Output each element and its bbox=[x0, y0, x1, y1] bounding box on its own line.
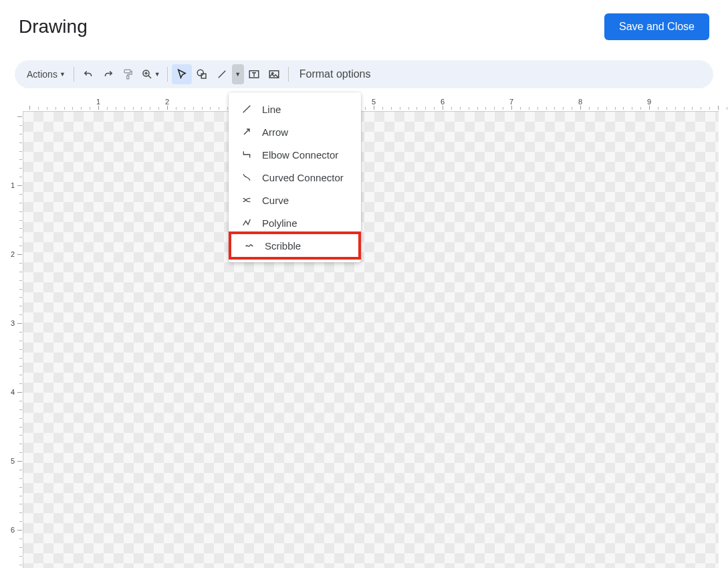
menu-item-arrow[interactable]: Arrow bbox=[229, 120, 361, 143]
menu-item-polyline[interactable]: Polyline bbox=[229, 211, 361, 234]
menu-item-label: Arrow bbox=[262, 126, 288, 138]
svg-line-3 bbox=[148, 76, 151, 78]
ruler-number: 8 bbox=[578, 98, 582, 106]
toolbar-separator bbox=[74, 67, 74, 82]
caret-down-icon: ▼ bbox=[235, 71, 241, 78]
ruler-number: 9 bbox=[647, 98, 651, 106]
menu-item-scribble[interactable]: Scribble bbox=[229, 231, 361, 260]
save-and-close-button[interactable]: Save and Close bbox=[604, 13, 709, 40]
svg-line-12 bbox=[243, 106, 251, 113]
curved-connector-icon bbox=[241, 171, 253, 183]
svg-line-8 bbox=[219, 71, 226, 78]
svg-line-13 bbox=[244, 129, 249, 134]
cursor-icon bbox=[176, 68, 188, 80]
menu-item-curve[interactable]: Curve bbox=[229, 189, 361, 211]
menu-item-line[interactable]: Line bbox=[229, 98, 361, 120]
ruler-number: 2 bbox=[165, 98, 169, 106]
image-icon bbox=[268, 68, 280, 80]
svg-point-6 bbox=[197, 70, 203, 76]
elbow-connector-icon bbox=[241, 149, 253, 161]
line-icon bbox=[216, 68, 228, 80]
text-box-button[interactable] bbox=[244, 64, 264, 84]
ruler-number: 5 bbox=[11, 457, 15, 465]
ruler-number: 5 bbox=[372, 98, 376, 106]
ruler-number: 6 bbox=[441, 98, 445, 106]
svg-rect-1 bbox=[127, 76, 129, 79]
vertical-ruler: 123456 bbox=[9, 111, 23, 568]
menu-item-label: Elbow Connector bbox=[262, 149, 338, 161]
ruler-number: 7 bbox=[509, 98, 513, 106]
redo-button[interactable] bbox=[98, 64, 118, 84]
svg-rect-0 bbox=[124, 70, 130, 73]
caret-down-icon: ▼ bbox=[59, 71, 66, 78]
ruler-number: 4 bbox=[11, 388, 15, 396]
undo-button[interactable] bbox=[78, 64, 98, 84]
actions-menu-button[interactable]: Actions ▼ bbox=[21, 64, 70, 84]
toolbar-separator bbox=[167, 67, 168, 82]
shapes-icon bbox=[196, 68, 208, 80]
line-tool-dropdown-button[interactable]: ▼ bbox=[232, 64, 244, 84]
svg-rect-7 bbox=[201, 74, 206, 78]
menu-item-label: Curved Connector bbox=[262, 172, 344, 183]
ruler-number: 3 bbox=[11, 319, 15, 327]
arrow-icon bbox=[241, 126, 253, 138]
zoom-icon bbox=[141, 68, 153, 80]
toolbar-separator bbox=[288, 67, 289, 82]
zoom-button[interactable]: ▼ bbox=[138, 64, 163, 84]
ruler-number: 1 bbox=[11, 181, 15, 189]
horizontal-ruler: 123456789 bbox=[23, 99, 719, 111]
image-button[interactable] bbox=[264, 64, 284, 84]
format-options-button[interactable]: Format options bbox=[293, 68, 378, 80]
menu-item-curved-connector[interactable]: Curved Connector bbox=[229, 166, 361, 189]
menu-item-label: Curve bbox=[262, 195, 289, 206]
ruler-number: 6 bbox=[11, 526, 15, 534]
dialog-header: Drawing Save and Close bbox=[0, 0, 728, 48]
redo-icon bbox=[102, 68, 114, 80]
polyline-icon bbox=[241, 217, 253, 229]
paint-roller-icon bbox=[122, 68, 134, 80]
paint-format-button[interactable] bbox=[118, 64, 138, 84]
line-tool-menu: LineArrowElbow ConnectorCurved Connector… bbox=[229, 92, 361, 262]
workspace: 123456789 123456 bbox=[9, 99, 719, 568]
menu-item-label: Polyline bbox=[262, 217, 297, 229]
curve-icon bbox=[241, 194, 253, 206]
line-icon bbox=[241, 103, 253, 115]
toolbar: Actions ▼ ▼ ▼ bbox=[15, 60, 713, 88]
line-tool-button[interactable] bbox=[212, 64, 232, 84]
caret-down-icon: ▼ bbox=[154, 71, 160, 78]
undo-icon bbox=[82, 68, 94, 80]
ruler-number: 1 bbox=[96, 98, 100, 106]
shape-tool-button[interactable] bbox=[192, 64, 212, 84]
dialog-title: Drawing bbox=[19, 16, 88, 37]
drawing-canvas[interactable] bbox=[23, 111, 719, 568]
ruler-number: 2 bbox=[11, 250, 15, 258]
scribble-icon bbox=[243, 240, 255, 252]
menu-item-label: Line bbox=[262, 104, 281, 115]
text-box-icon bbox=[248, 68, 260, 80]
menu-item-elbow-connector[interactable]: Elbow Connector bbox=[229, 143, 361, 166]
actions-label: Actions bbox=[27, 69, 57, 80]
menu-item-label: Scribble bbox=[265, 240, 301, 252]
select-tool-button[interactable] bbox=[172, 64, 192, 84]
